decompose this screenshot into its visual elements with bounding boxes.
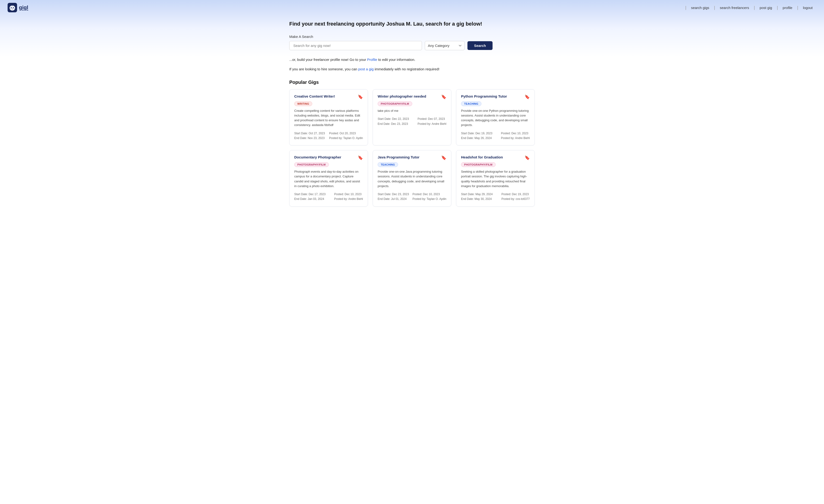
gig-meta: Start Date: May 29, 2024 End Date: May 3… — [461, 192, 530, 202]
gig-title[interactable]: Documentary Photographer — [294, 155, 341, 159]
gig-description: Create compelling content for various pl… — [294, 109, 363, 128]
post-gig-link[interactable]: post a gig — [358, 67, 374, 71]
gig-start-date: Start Date: Oct 27, 2023 — [294, 131, 325, 136]
gig-description: Seeking a skilled photographer for a gra… — [461, 169, 530, 188]
nav-post-gig[interactable]: post gig — [756, 5, 776, 11]
gig-meta-posted: Posted: Oct 20, 2023 Posted by: Taylan O… — [329, 131, 363, 141]
gig-card: Headshot for Graduation 🔖 PHOTOGRAPHY/FI… — [456, 150, 535, 206]
gig-badge: WRITING — [294, 101, 312, 106]
gig-meta-posted: Posted: Dec 10, 2023 Posted by: Taylan O… — [412, 192, 446, 202]
gig-meta: Start Date: Dec 22, 2023 End Date: Dec 2… — [378, 117, 446, 126]
gig-title[interactable]: Headshot for Graduation — [461, 155, 503, 159]
gig-badge: PHOTOGRAPHY/FILM — [378, 101, 412, 106]
gig-description: take pics of me — [378, 109, 446, 113]
gig-posted-date: Posted: Dec 07, 2023 — [418, 117, 446, 121]
bookmark-icon[interactable]: 🔖 — [358, 155, 363, 160]
gig-start-date: Start Date: Dec 23, 2023 — [378, 192, 409, 197]
gig-end-date: End Date: May 26, 2024 — [461, 136, 492, 140]
gig-description: Provide one-on-one Python programming tu… — [461, 109, 530, 128]
gig-card: Python Programming Tutor 🔖 TEACHING Prov… — [456, 89, 535, 145]
gig-meta-dates: Start Date: Dec 22, 2023 End Date: Dec 2… — [378, 117, 409, 126]
gig-posted-by: Posted by: Andre Biehl — [418, 122, 446, 126]
gig-badge: PHOTOGRAPHY/FILM — [461, 162, 496, 167]
navbar: gigl | search gigs | search freelancers … — [0, 0, 824, 15]
gig-card-header: Python Programming Tutor 🔖 — [461, 94, 530, 100]
gig-end-date: End Date: Nov 23, 2023 — [294, 136, 325, 140]
gig-description: Photograph events and day-to-day activit… — [294, 169, 363, 188]
bookmark-icon[interactable]: 🔖 — [358, 94, 363, 100]
gig-description: Provide one-on-one Java programming tuto… — [378, 169, 446, 188]
profile-link[interactable]: Profile — [367, 57, 378, 61]
gig-title[interactable]: Java Programming Tutor — [378, 155, 419, 159]
gig-posted-by: Posted by: Taylan O. Aydin — [329, 136, 363, 140]
main-content: Find your next freelancing opportunity J… — [282, 15, 542, 212]
gig-card: Documentary Photographer 🔖 PHOTOGRAPHY/F… — [289, 150, 368, 206]
gig-meta-dates: Start Date: Oct 27, 2023 End Date: Nov 2… — [294, 131, 325, 141]
svg-point-8 — [13, 7, 14, 8]
gig-title[interactable]: Winter photographer needed — [378, 94, 426, 98]
gig-card-header: Headshot for Graduation 🔖 — [461, 155, 530, 160]
gig-card: Winter photographer needed 🔖 PHOTOGRAPHY… — [373, 89, 451, 145]
gig-card-header: Documentary Photographer 🔖 — [294, 155, 363, 160]
gig-meta-posted: Posted: Dec 19, 2023 Posted by: cos-to63… — [502, 192, 530, 202]
bookmark-icon[interactable]: 🔖 — [525, 94, 530, 100]
gig-posted-date: Posted: Dec 10, 2023 — [334, 192, 363, 197]
gig-start-date: Start Date: May 29, 2024 — [461, 192, 493, 197]
gig-posted-date: Posted: Dec 10, 2023 — [501, 131, 530, 136]
search-row: Any CategoryWritingPhotography/FilmTeach… — [289, 41, 535, 50]
nav-links: | search gigs | search freelancers | pos… — [684, 5, 816, 11]
gig-meta-dates: Start Date: Dec 23, 2023 End Date: Jul 0… — [378, 192, 409, 202]
gig-badge: PHOTOGRAPHY/FILM — [294, 162, 329, 167]
bookmark-icon[interactable]: 🔖 — [441, 94, 446, 100]
gig-meta-dates: Start Date: May 29, 2024 End Date: May 3… — [461, 192, 493, 202]
gig-end-date: End Date: May 30, 2024 — [461, 197, 493, 201]
search-button[interactable]: Search — [468, 41, 493, 50]
info-line-1: ...or, build your freelancer profile now… — [289, 57, 535, 62]
gig-posted-by: Posted by: Andre Biehl — [334, 197, 363, 201]
gig-meta: Start Date: Dec 17, 2023 End Date: Jan 0… — [294, 192, 363, 202]
gig-meta-dates: Start Date: Dec 19, 2023 End Date: May 2… — [461, 131, 492, 141]
gig-posted-date: Posted: Dec 19, 2023 — [502, 192, 530, 197]
search-input[interactable] — [289, 41, 422, 50]
nav-search-gigs[interactable]: search gigs — [687, 5, 713, 11]
nav-profile[interactable]: profile — [779, 5, 796, 11]
nav-search-freelancers[interactable]: search freelancers — [716, 5, 753, 11]
svg-rect-6 — [13, 5, 13, 6]
logo-text: gigl — [19, 4, 28, 11]
gig-title[interactable]: Creative Content Writer! — [294, 94, 335, 98]
gig-end-date: End Date: Jul 01, 2024 — [378, 197, 409, 201]
gig-meta-dates: Start Date: Dec 17, 2023 End Date: Jan 0… — [294, 192, 325, 202]
gigs-grid: Creative Content Writer! 🔖 WRITING Creat… — [289, 89, 535, 207]
bookmark-icon[interactable]: 🔖 — [441, 155, 446, 160]
svg-point-2 — [9, 5, 15, 11]
gig-posted-by: Posted by: Andre Biehl — [501, 136, 530, 140]
gig-end-date: End Date: Dec 23, 2023 — [378, 122, 409, 126]
gig-start-date: Start Date: Dec 17, 2023 — [294, 192, 325, 197]
search-label: Make A Search — [289, 34, 535, 39]
gig-badge: TEACHING — [378, 162, 398, 167]
gig-posted-date: Posted: Oct 20, 2023 — [329, 131, 363, 136]
nav-logout[interactable]: logout — [799, 5, 816, 11]
gig-posted-by: Posted by: cos-to6377 — [502, 197, 530, 201]
search-section: Make A Search Any CategoryWritingPhotogr… — [289, 34, 535, 50]
gig-meta: Start Date: Oct 27, 2023 End Date: Nov 2… — [294, 131, 363, 141]
gig-title[interactable]: Python Programming Tutor — [461, 94, 507, 98]
gig-start-date: Start Date: Dec 19, 2023 — [461, 131, 492, 136]
gig-posted-date: Posted: Dec 10, 2023 — [412, 192, 446, 197]
category-select[interactable]: Any CategoryWritingPhotography/FilmTeach… — [425, 41, 465, 50]
gig-posted-by: Posted by: Taylan O. Aydin — [412, 197, 446, 201]
logo-icon — [8, 3, 17, 12]
gig-card-header: Creative Content Writer! 🔖 — [294, 94, 363, 100]
svg-point-7 — [11, 7, 12, 8]
gig-card: Java Programming Tutor 🔖 TEACHING Provid… — [373, 150, 451, 206]
logo-link[interactable]: gigl — [8, 3, 28, 12]
gig-end-date: End Date: Jan 03, 2024 — [294, 197, 325, 201]
popular-gigs-title: Popular Gigs — [289, 80, 535, 85]
hero-title: Find your next freelancing opportunity J… — [289, 21, 535, 27]
gig-meta: Start Date: Dec 19, 2023 End Date: May 2… — [461, 131, 530, 141]
gig-card-header: Java Programming Tutor 🔖 — [378, 155, 446, 160]
bookmark-icon[interactable]: 🔖 — [525, 155, 530, 160]
gig-meta-posted: Posted: Dec 10, 2023 Posted by: Andre Bi… — [501, 131, 530, 141]
svg-rect-5 — [12, 5, 12, 6]
info-line-2: If you are looking to hire someone, you … — [289, 66, 535, 72]
